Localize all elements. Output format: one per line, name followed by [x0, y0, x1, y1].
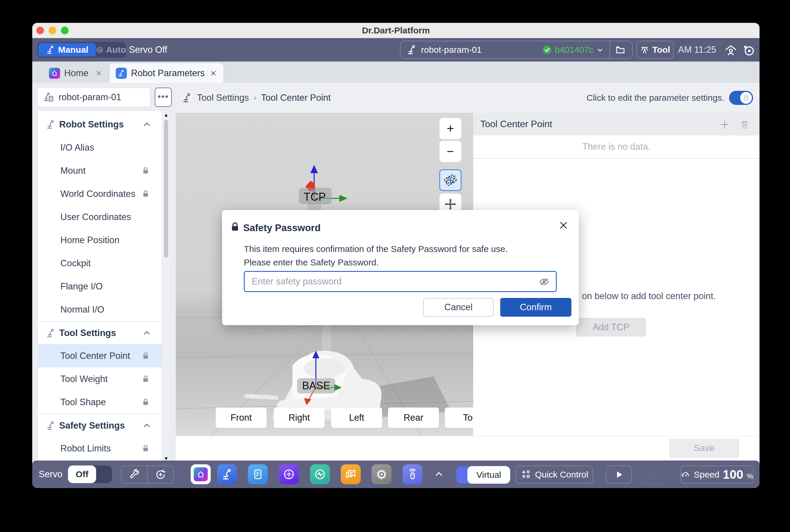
tab-home[interactable]: Home — [42, 63, 109, 83]
speed-unit: % — [747, 472, 753, 480]
window-title: Dr.Dart-Platform — [32, 23, 759, 38]
save-button[interactable]: Save — [669, 439, 739, 458]
sidebar-item-io-alias[interactable]: I/O Alias — [38, 136, 162, 159]
tcp-label: TCP — [304, 191, 326, 203]
confirm-button[interactable]: Confirm — [500, 298, 571, 317]
chevron-up-icon — [143, 329, 151, 338]
sidebar-item-home-position[interactable]: Home Position — [38, 228, 162, 252]
section-header-safety-settings[interactable]: Safety Settings — [38, 414, 162, 437]
sidebar-item-user-coordinates[interactable]: User Coordinates — [38, 205, 162, 228]
dock-home-button[interactable] — [191, 464, 211, 484]
stop-button[interactable] — [639, 466, 666, 484]
parameter-name-box[interactable]: robot-param-01 — [37, 88, 150, 107]
sidebar-item-tool-shape[interactable]: Tool Shape — [38, 391, 162, 414]
tab-robot-parameters[interactable]: Robot Parameters — [109, 63, 223, 83]
robot-arm-icon — [46, 119, 56, 130]
zoom-out-button[interactable]: − — [439, 140, 462, 162]
update-target-button[interactable] — [147, 466, 173, 483]
dock-robot-parameters-button[interactable] — [217, 464, 237, 484]
breadcrumb-section[interactable]: Tool Settings — [197, 93, 249, 103]
trash-icon[interactable] — [739, 119, 750, 130]
add-tcp-button[interactable]: Add TCP — [576, 318, 646, 337]
lock-icon — [141, 398, 150, 406]
mode-toggle: Manual Auto — [37, 42, 126, 58]
timer-icon[interactable] — [742, 44, 755, 57]
wrench-button[interactable] — [121, 466, 147, 483]
folder-icon — [615, 44, 626, 55]
safety-password-input[interactable] — [244, 271, 557, 292]
dock-log-button[interactable] — [341, 464, 361, 484]
auto-icon — [96, 45, 104, 54]
sidebar-item-world-coordinates[interactable]: World Coordinates — [38, 182, 162, 205]
sidebar-item-cockpit[interactable]: Cockpit — [38, 252, 162, 275]
speed-value: 100 — [723, 468, 744, 481]
rotate-view-button[interactable] — [439, 169, 462, 191]
add-tcp-hint-text: on below to add tool center point. — [582, 291, 716, 301]
dock-settings-button[interactable]: ⚙ — [372, 464, 392, 484]
sidebar-item-flange-io[interactable]: Flange I/O — [38, 275, 162, 298]
virtual-real-toggle[interactable]: Virtual — [456, 466, 510, 484]
more-options-button[interactable]: ••• — [155, 88, 172, 107]
servo-toggle[interactable]: Off — [68, 466, 112, 483]
dock-remote-button[interactable] — [402, 464, 422, 484]
view-left-button[interactable]: Left — [331, 407, 382, 428]
gauge-icon — [681, 469, 690, 480]
footer-bar: Save — [176, 436, 759, 460]
breadcrumb-page: Tool Center Point — [261, 93, 331, 103]
scrollbar-thumb[interactable] — [164, 120, 168, 258]
orbit-icon — [443, 173, 458, 188]
user-home-icon[interactable] — [725, 44, 737, 57]
close-icon[interactable] — [558, 220, 569, 231]
robot-arm-icon — [182, 93, 192, 103]
sidebar-item-tool-weight[interactable]: Tool Weight — [38, 367, 162, 391]
dock-monitoring-button[interactable] — [310, 464, 330, 484]
chip-divider — [609, 41, 610, 58]
section-header-tool-settings[interactable]: Tool Settings — [38, 321, 162, 344]
view-top-button[interactable]: Top — [445, 407, 473, 428]
view-front-button[interactable]: Front — [216, 407, 267, 428]
sidebar-item-mount[interactable]: Mount — [38, 159, 162, 182]
add-icon[interactable] — [719, 119, 730, 130]
lock-icon — [141, 444, 150, 453]
dock-program-list-button[interactable] — [248, 464, 268, 484]
sidebar-item-tool-center-point[interactable]: Tool Center Point — [38, 344, 162, 367]
lock-icon — [229, 221, 241, 233]
speed-button[interactable]: Speed 100 % — [680, 466, 754, 484]
cancel-button[interactable]: Cancel — [423, 298, 494, 317]
sidebar-scrollbar[interactable]: ▲ ▼ — [163, 111, 169, 463]
play-button[interactable] — [606, 466, 632, 484]
section-header-robot-settings[interactable]: Robot Settings — [38, 113, 162, 136]
close-icon[interactable] — [210, 70, 217, 77]
house-icon — [196, 470, 205, 479]
sidebar-item-normal-io[interactable]: Normal I/O — [38, 298, 162, 321]
quick-control-button[interactable]: Quick Control — [515, 466, 593, 484]
close-icon[interactable] — [95, 70, 102, 77]
servo-status-text: Servo Off — [129, 38, 167, 61]
program-list-icon — [252, 468, 264, 480]
edit-hint-text: Click to edit the parameter settings. — [587, 83, 725, 113]
eye-off-icon[interactable] — [539, 276, 550, 287]
dock-expand-button[interactable] — [430, 464, 448, 484]
zoom-in-button[interactable]: + — [439, 118, 462, 139]
bottom-bar: Servo Off ⚙ Virtual Quick Control — [32, 460, 759, 488]
chevron-down-icon[interactable] — [596, 46, 604, 54]
lock-icon — [141, 352, 150, 360]
open-parameter-button[interactable] — [608, 44, 632, 55]
manual-mode-button[interactable]: Manual — [38, 43, 96, 57]
view-rear-button[interactable]: Rear — [388, 407, 439, 428]
log-chat-icon — [344, 468, 357, 480]
parameter-chip[interactable]: robot-param-01 b401407c — [400, 41, 633, 59]
sidebar-item-robot-limits[interactable]: Robot Limits — [38, 437, 162, 460]
clock-text: AM 11:25 — [678, 38, 716, 61]
dock-jog-button[interactable] — [279, 464, 299, 484]
auto-mode-button[interactable]: Auto — [96, 42, 126, 58]
safety-password-dialog: Safety Password This item requires confi… — [222, 210, 579, 325]
view-right-button[interactable]: Right — [274, 407, 325, 428]
breadcrumb-bar: Tool Settings › Tool Center Point Click … — [176, 83, 759, 113]
tool-button[interactable]: Tool — [637, 41, 674, 59]
chevron-up-icon — [143, 120, 151, 129]
robot-arm-icon — [407, 44, 417, 55]
virtual-mode-label: Virtual — [467, 466, 510, 484]
scroll-up-icon[interactable]: ▲ — [163, 112, 169, 118]
edit-lock-toggle[interactable] — [729, 91, 753, 105]
